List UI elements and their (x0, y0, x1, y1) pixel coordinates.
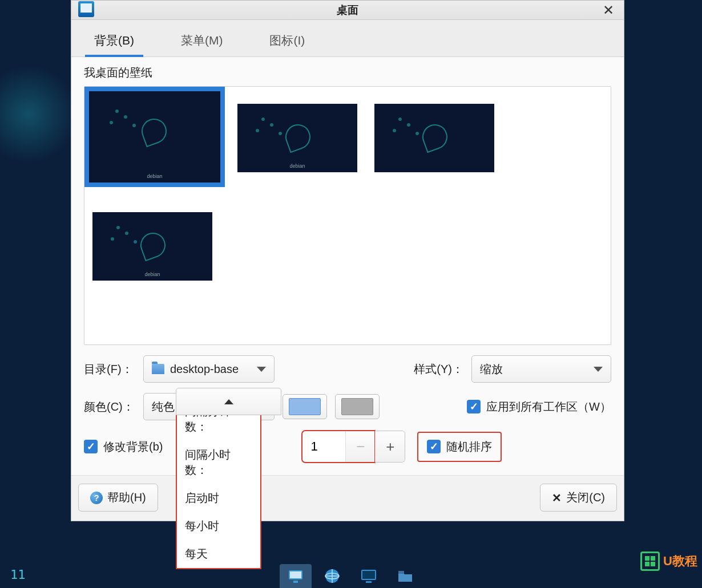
decrement-button[interactable]: − (345, 431, 375, 462)
titlebar[interactable]: 桌面 ✕ (71, 1, 624, 20)
svg-rect-7 (366, 581, 372, 583)
watermark-icon (640, 551, 660, 571)
close-x-icon: ✕ (552, 491, 562, 505)
color-swatch-primary[interactable] (283, 394, 327, 419)
taskbar-app-browser[interactable] (316, 564, 348, 588)
wallpaper-thumb[interactable] (374, 104, 494, 172)
svg-rect-2 (293, 581, 298, 583)
checkbox-checked-icon: ✓ (84, 440, 98, 453)
checkbox-checked-icon: ✓ (467, 400, 481, 413)
taskbar: 11 (0, 561, 702, 588)
app-icon (78, 1, 94, 17)
random-order-checkbox[interactable]: ✓ 随机排序 (418, 432, 501, 461)
svg-rect-1 (290, 571, 301, 578)
help-icon: ? (90, 492, 103, 504)
window-title: 桌面 (337, 3, 358, 18)
help-button[interactable]: ? 帮助(H) (78, 484, 158, 512)
taskbar-apps (280, 564, 421, 588)
interval-value-input[interactable] (302, 431, 345, 462)
dropdown-item[interactable]: 启动时 (177, 484, 260, 512)
folder-icon (152, 364, 164, 374)
interval-spinner-plus: + (375, 431, 405, 463)
taskbar-clock: 11 (10, 567, 26, 582)
directory-combo[interactable]: desktop-base (143, 355, 275, 383)
tab-menu[interactable]: 菜单(M) (172, 26, 232, 56)
random-label: 随机排序 (446, 439, 492, 455)
row-change-bg: ✓ 修改背景(b) − + ✓ 随机排序 (84, 431, 611, 463)
chevron-up-icon (224, 399, 233, 404)
wallpaper-list[interactable]: debian debian debian (84, 86, 611, 345)
tab-content: 我桌面的壁纸 debian debian debian 目录(F)： deskt… (71, 57, 624, 475)
apply-all-workspaces-checkbox[interactable]: ✓ 应用到所有工作区（W） (467, 399, 611, 415)
interval-dropdown-menu: 间隔分钟数： 间隔小时数： 启动时 每小时 每天 (176, 398, 261, 569)
wallpaper-thumb[interactable]: debian (89, 91, 220, 183)
close-icon[interactable]: ✕ (600, 2, 617, 18)
close-label: 关闭(C) (566, 490, 605, 505)
interval-dropdown-button[interactable] (176, 388, 281, 415)
taskbar-app-files[interactable] (389, 564, 421, 588)
tab-icon[interactable]: 图标(I) (260, 26, 314, 56)
style-label: 样式(Y)： (414, 362, 463, 377)
close-button[interactable]: ✕ 关闭(C) (540, 484, 617, 512)
swatch-color (289, 398, 321, 415)
style-value: 缩放 (480, 362, 588, 377)
tab-bar: 背景(B) 菜单(M) 图标(I) (71, 20, 624, 57)
row-color: 颜色(C)： 纯色 ✓ 应用到所有工作区（W） (84, 393, 611, 420)
interval-spinner: − (302, 431, 375, 463)
wallpaper-thumb[interactable]: debian (92, 212, 212, 281)
apply-all-label: 应用到所有工作区（W） (486, 399, 611, 415)
style-combo[interactable]: 缩放 (471, 355, 611, 383)
dropdown-item[interactable]: 每天 (177, 540, 260, 568)
change-background-checkbox[interactable]: ✓ 修改背景(b) (84, 439, 163, 455)
dropdown-item[interactable]: 间隔小时数： (177, 441, 260, 484)
chevron-down-icon (594, 367, 603, 372)
taskbar-app-desktop-settings[interactable] (280, 564, 312, 588)
taskbar-app-monitor[interactable] (353, 564, 385, 588)
tab-background[interactable]: 背景(B) (85, 26, 143, 56)
row-directory-style: 目录(F)： desktop-base 样式(Y)： 缩放 (84, 355, 611, 383)
directory-label: 目录(F)： (84, 362, 135, 377)
color-swatch-secondary[interactable] (335, 394, 380, 419)
help-label: 帮助(H) (107, 490, 146, 505)
desktop-settings-dialog: 桌面 ✕ 背景(B) 菜单(M) 图标(I) 我桌面的壁纸 debian deb… (71, 0, 624, 521)
chevron-down-icon (257, 367, 266, 372)
change-bg-label: 修改背景(b) (103, 439, 163, 455)
directory-value: desktop-base (170, 363, 251, 376)
dropdown-item[interactable]: 每小时 (177, 512, 260, 540)
swatch-color (341, 398, 373, 415)
watermark-text: U教程 (663, 553, 697, 570)
svg-rect-6 (362, 571, 375, 579)
checkbox-checked-icon: ✓ (427, 440, 441, 453)
watermark: U教程 (640, 551, 697, 571)
wallpaper-thumb[interactable]: debian (237, 104, 357, 172)
increment-button[interactable]: + (375, 431, 405, 462)
color-label: 颜色(C)： (84, 399, 135, 415)
dialog-footer: ? 帮助(H) ✕ 关闭(C) (71, 475, 624, 521)
svg-rect-8 (398, 571, 404, 574)
wallpaper-section-label: 我桌面的壁纸 (84, 65, 611, 80)
